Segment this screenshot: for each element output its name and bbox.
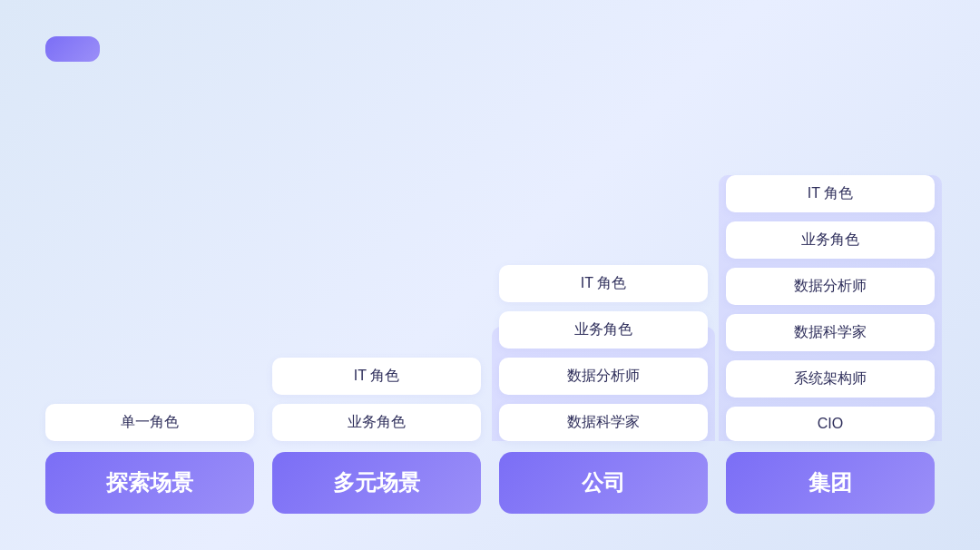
column-col4: IT 角色业务角色数据分析师数据科学家系统架构师CIO <box>726 175 935 441</box>
column-col2: IT 角色业务角色 <box>272 358 481 441</box>
role-tag-col3-0: IT 角色 <box>499 265 708 302</box>
role-tag-col4-4: 系统架构师 <box>726 360 935 398</box>
role-tag-col3-3: 数据科学家 <box>499 404 708 441</box>
role-tag-col4-3: 数据科学家 <box>726 314 935 351</box>
category-btn-company[interactable]: 公司 <box>499 452 708 514</box>
bottom-row: 探索场景多元场景公司集团 <box>45 452 935 514</box>
category-btn-explore[interactable]: 探索场景 <box>45 452 254 514</box>
role-tag-col1-0: 单一角色 <box>45 404 254 441</box>
role-tag-col3-2: 数据分析师 <box>499 358 708 395</box>
columns-area: 单一角色IT 角色业务角色IT 角色业务角色数据分析师数据科学家IT 角色业务角… <box>45 36 935 441</box>
role-tag-col4-1: 业务角色 <box>726 221 935 259</box>
role-tag-col3-1: 业务角色 <box>499 311 708 349</box>
column-col1: 单一角色 <box>45 404 254 441</box>
page-container: 单一角色IT 角色业务角色IT 角色业务角色数据分析师数据科学家IT 角色业务角… <box>0 0 980 550</box>
role-tag-col2-0: IT 角色 <box>272 358 481 395</box>
category-btn-group[interactable]: 集团 <box>726 452 935 514</box>
category-btn-multi[interactable]: 多元场景 <box>272 452 481 514</box>
role-tag-col4-2: 数据分析师 <box>726 268 935 305</box>
role-tag-col4-0: IT 角色 <box>726 175 935 212</box>
column-col3: IT 角色业务角色数据分析师数据科学家 <box>499 265 708 441</box>
role-tag-col2-1: 业务角色 <box>272 404 481 441</box>
role-tag-col4-5: CIO <box>726 407 935 441</box>
